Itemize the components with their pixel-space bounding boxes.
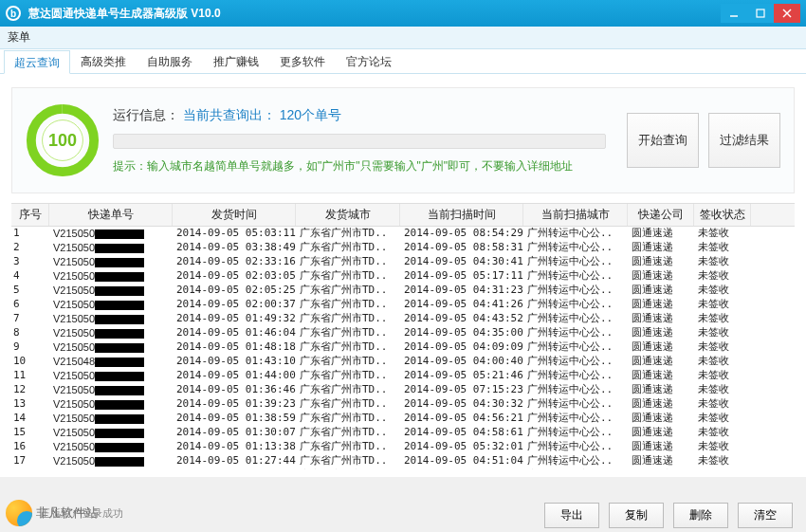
redacted-icon (95, 400, 144, 410)
status-text: 正版用户登录成功 (40, 506, 123, 521)
redacted-icon (95, 301, 144, 310)
redacted-icon (95, 244, 144, 253)
column-header[interactable]: 发货城市 (296, 204, 400, 226)
tracking-number-cell: V215050 (49, 383, 173, 397)
info-header: 运行信息： 当前共查询出： 120个单号 (113, 107, 614, 124)
tracking-number-cell: V215050 (49, 468, 173, 469)
clear-button[interactable]: 清空 (738, 503, 793, 528)
tracking-number-cell: V215050 (49, 255, 173, 269)
redacted-icon (95, 358, 144, 367)
tab-3[interactable]: 推广赚钱 (203, 49, 269, 73)
table-row[interactable]: 2V2150502014-09-05 03:38:49广东省广州市TD..201… (11, 241, 795, 255)
redacted-icon (95, 372, 144, 381)
start-query-button[interactable]: 开始查询 (627, 113, 699, 168)
table-row[interactable]: 17V2150502014-09-05 01:27:44广东省广州市TD..20… (11, 454, 795, 468)
redacted-icon (95, 386, 144, 395)
table-row[interactable]: 18V2150502014-09-05 01:14:45广东省广州市TD..20… (11, 468, 795, 469)
table-row[interactable]: 15V2150502014-09-05 01:30:07广东省广州市TD..20… (11, 426, 795, 440)
app-logo-icon: b (6, 6, 21, 21)
tracking-number-cell: V215050 (49, 369, 173, 383)
tabbar: 超云查询高级类推自助服务推广赚钱更多软件官方论坛 (0, 49, 806, 74)
table-body[interactable]: 1V2150502014-09-05 05:03:11广东省广州市TD..201… (11, 227, 795, 469)
table-row[interactable]: 9V2150502014-09-05 01:48:18广东省广州市TD..201… (11, 340, 795, 355)
menubar[interactable]: 菜单 (0, 27, 806, 49)
column-header[interactable]: 发货时间 (173, 204, 296, 226)
redacted-icon (95, 258, 144, 267)
tab-1[interactable]: 高级类推 (70, 49, 137, 73)
tracking-number-cell: V215050 (49, 340, 173, 355)
column-header[interactable]: 当前扫描时间 (400, 204, 523, 226)
tracking-number-cell: V215050 (49, 412, 173, 426)
tracking-number-cell: V215050 (49, 269, 173, 284)
tracking-number-cell: V215050 (49, 326, 173, 340)
column-header[interactable]: 当前扫描城市 (523, 204, 628, 226)
info-panel: 100 运行信息： 当前共查询出： 120个单号 提示：输入城市名越简单单号就越… (11, 87, 795, 193)
tab-4[interactable]: 更多软件 (269, 49, 336, 73)
redacted-icon (95, 329, 144, 339)
table-row[interactable]: 8V2150502014-09-05 01:46:04广东省广州市TD..201… (11, 326, 795, 340)
copy-button[interactable]: 复制 (609, 503, 664, 528)
maximize-button[interactable] (747, 4, 774, 23)
tracking-number-cell: V215050 (49, 454, 173, 468)
close-button[interactable] (774, 4, 800, 23)
table-row[interactable]: 12V2150502014-09-05 01:36:46广东省广州市TD..20… (11, 383, 795, 397)
hint-text: 提示：输入城市名越简单单号就越多，如"广州市"只需要输入"广州"即可，不要输入详… (113, 158, 614, 174)
tracking-number-cell: V215050 (49, 241, 173, 255)
tracking-number-cell: V215050 (49, 312, 173, 326)
redacted-icon (95, 315, 144, 324)
watermark-icon (6, 500, 32, 526)
column-header[interactable]: 快递单号 (49, 204, 173, 226)
svg-rect-1 (757, 9, 764, 17)
table-header: 序号快递单号发货时间发货城市当前扫描时间当前扫描城市快递公司签收状态 (11, 204, 795, 227)
table-row[interactable]: 1V2150502014-09-05 05:03:11广东省广州市TD..201… (11, 227, 795, 241)
export-button[interactable]: 导出 (544, 503, 599, 528)
table-row[interactable]: 10V2150482014-09-05 01:43:10广东省广州市TD..20… (11, 355, 795, 369)
table-row[interactable]: 3V2150502014-09-05 02:33:16广东省广州市TD..201… (11, 255, 795, 269)
redacted-icon (95, 457, 144, 467)
titlebar: b 慧达圆通快递单号生成器高级版 V10.0 (0, 0, 806, 27)
tracking-number-cell: V215050 (49, 298, 173, 312)
redacted-icon (95, 229, 144, 239)
table-row[interactable]: 14V2150502014-09-05 01:38:59广东省广州市TD..20… (11, 412, 795, 426)
tracking-number-cell: V215050 (49, 397, 173, 412)
tab-0[interactable]: 超云查询 (4, 50, 70, 74)
redacted-icon (95, 343, 144, 353)
tracking-number-cell: V215050 (49, 227, 173, 241)
redacted-icon (95, 286, 144, 296)
redacted-icon (95, 429, 144, 438)
window-title: 慧达圆通快递单号生成器高级版 V10.0 (28, 6, 721, 22)
table-row[interactable]: 6V2150502014-09-05 02:00:37广东省广州市TD..201… (11, 298, 795, 312)
redacted-icon (95, 272, 144, 282)
gauge-value: 100 (48, 131, 77, 151)
table-row[interactable]: 7V2150502014-09-05 01:49:32广东省广州市TD..201… (11, 312, 795, 326)
table-row[interactable]: 13V2150502014-09-05 01:39:23广东省广州市TD..20… (11, 397, 795, 412)
column-header[interactable]: 快递公司 (628, 204, 694, 226)
tracking-number-cell: V215050 (49, 284, 173, 298)
table-row[interactable]: 16V2150502014-09-05 01:13:38广东省广州市TD..20… (11, 440, 795, 454)
progress-bar (113, 134, 606, 149)
result-table: 序号快递单号发货时间发货城市当前扫描时间当前扫描城市快递公司签收状态 1V215… (11, 203, 795, 469)
menu-item[interactable]: 菜单 (8, 29, 30, 46)
table-row[interactable]: 11V2150502014-09-05 01:44:00广东省广州市TD..20… (11, 369, 795, 383)
minimize-button[interactable] (721, 4, 747, 23)
delete-button[interactable]: 删除 (673, 503, 728, 528)
table-row[interactable]: 4V2150502014-09-05 02:03:05广东省广州市TD..201… (11, 269, 795, 284)
gauge-icon: 100 (26, 103, 100, 177)
query-count: 120个单号 (280, 107, 341, 122)
table-row[interactable]: 5V2150502014-09-05 02:05:25广东省广州市TD..201… (11, 284, 795, 298)
redacted-icon (95, 414, 144, 424)
footer-buttons: 导出 复制 删除 清空 (544, 503, 793, 528)
tracking-number-cell: V215050 (49, 440, 173, 454)
column-header[interactable]: 签收状态 (694, 204, 751, 226)
tracking-number-cell: V215050 (49, 426, 173, 440)
tab-5[interactable]: 官方论坛 (336, 49, 402, 73)
filter-result-button[interactable]: 过滤结果 (708, 113, 780, 168)
column-header[interactable]: 序号 (11, 204, 49, 226)
redacted-icon (95, 443, 144, 452)
tracking-number-cell: V215048 (49, 355, 173, 369)
tab-2[interactable]: 自助服务 (137, 49, 203, 73)
